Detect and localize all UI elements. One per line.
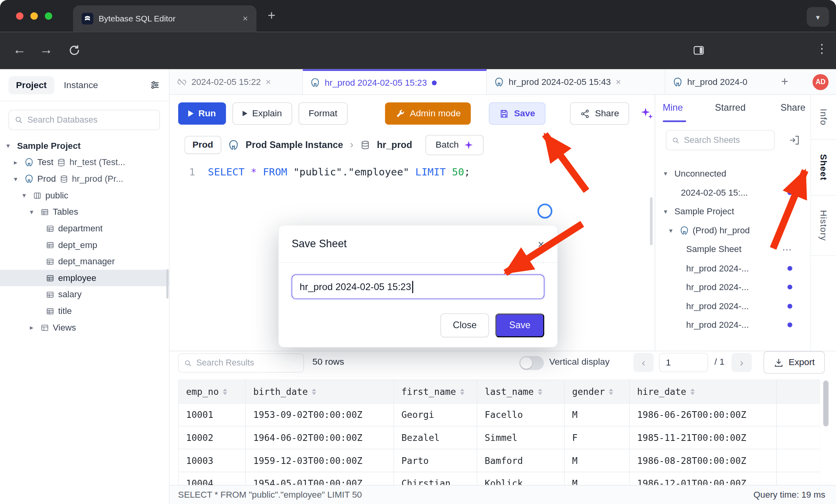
column-header[interactable]: gender [564, 380, 630, 403]
sheet-tab-1[interactable]: 2024-02-05 15:22 × [170, 69, 303, 94]
reload-button[interactable] [68, 44, 81, 56]
tree-node-table[interactable]: title [0, 303, 169, 319]
tree-node-project[interactable]: ▾ Sample Project [0, 138, 169, 154]
sheet-item[interactable]: 2024-02-05 15:... [655, 183, 811, 202]
assistant-circle-icon[interactable] [537, 204, 553, 219]
browser-tab[interactable]: Bytebase SQL Editor × [73, 5, 256, 32]
chevron-right-icon[interactable]: ▸ [30, 323, 37, 331]
chevron-down-icon[interactable]: ▾ [6, 142, 13, 150]
sheet-tab-4[interactable]: hr_prod 2024-0 [665, 69, 774, 94]
sheet-tab-active[interactable]: hr_prod 2024-02-05 15:23 [303, 69, 487, 94]
group-sample-project[interactable]: ▾ Sample Project [655, 202, 811, 221]
chevron-down-icon[interactable]: ▾ [22, 191, 29, 199]
window-minimize-button[interactable] [31, 12, 38, 20]
browser-menu-icon[interactable]: ⋮ [816, 42, 828, 56]
column-header[interactable]: first_name [394, 380, 477, 403]
sheet-item[interactable]: hr_prod 2024-... [655, 296, 811, 315]
sql-editor-line[interactable]: 1 SELECT * FROM "public"."employee" LIMI… [170, 163, 470, 180]
table-row[interactable]: 100011953-09-02T00:00:00ZGeorgiFacelloM1… [178, 403, 820, 426]
table-row[interactable]: 100031959-12-03T00:00:00ZPartoBamfordM19… [178, 449, 820, 472]
tree-node-prod-db[interactable]: ▾ Prod hr_prod (Pr... [0, 171, 169, 187]
sheet-name-input[interactable]: hr_prod 2024-02-05 15:23 [292, 275, 545, 299]
table-row[interactable]: 100041954-05-01T00:00:00ZChirstianKoblic… [178, 472, 820, 485]
sort-icon[interactable] [538, 388, 542, 394]
new-tab-button[interactable]: + [268, 8, 275, 23]
sort-icon[interactable] [691, 388, 695, 394]
table-row[interactable]: 100021964-06-02T00:00:00ZBezalelSimmelF1… [178, 426, 820, 449]
tab-close-icon[interactable]: × [616, 77, 621, 87]
sort-icon[interactable] [609, 388, 613, 394]
format-button[interactable]: Format [299, 102, 347, 125]
sheet-tab-3[interactable]: hr_prod 2024-02-05 15:43 × [487, 69, 665, 94]
tab-share[interactable]: Share [780, 102, 805, 113]
environment-chip[interactable]: Prod [185, 136, 221, 154]
dialog-save-button[interactable]: Save [495, 314, 544, 337]
group-unconnected[interactable]: ▾ Unconnected [655, 164, 811, 183]
results-search-input[interactable] [196, 358, 298, 368]
database-name[interactable]: hr_prod [377, 139, 412, 150]
column-header[interactable]: last_name [477, 380, 564, 403]
page-number-input[interactable] [659, 353, 708, 372]
save-button[interactable]: Save [489, 102, 545, 125]
dialog-close-icon[interactable]: × [538, 237, 544, 250]
window-zoom-button[interactable] [45, 12, 52, 20]
tab-starred[interactable]: Starred [715, 102, 745, 113]
sort-icon[interactable] [312, 388, 316, 394]
sort-icon[interactable] [460, 388, 465, 394]
tree-node-views[interactable]: ▸ Views [0, 319, 169, 336]
sort-icon[interactable] [223, 388, 227, 394]
chevron-down-icon[interactable]: ▾ [664, 169, 670, 177]
tab-close-icon[interactable]: × [243, 13, 248, 24]
user-avatar[interactable]: AD [813, 74, 828, 90]
tree-node-table[interactable]: dept_manager [0, 253, 169, 270]
run-button[interactable]: Run [178, 102, 226, 125]
sheet-search[interactable] [666, 130, 775, 150]
tree-node-table[interactable]: salary [0, 286, 169, 303]
results-search[interactable] [178, 353, 304, 372]
tree-node-table-selected[interactable]: employee [0, 270, 169, 287]
column-header[interactable]: hire_date [630, 380, 777, 403]
column-header[interactable]: emp_no [178, 380, 245, 403]
dialog-close-button[interactable]: Close [441, 314, 489, 337]
ai-sparkles-icon[interactable] [640, 107, 654, 121]
more-menu-icon[interactable]: ⋯ [782, 243, 792, 255]
chevron-down-icon[interactable]: ▾ [14, 175, 21, 183]
next-page-button[interactable]: › [732, 353, 752, 372]
prev-page-button[interactable]: ‹ [634, 353, 654, 372]
database-search-input[interactable] [27, 115, 154, 125]
export-button[interactable]: Export [763, 351, 825, 373]
tree-node-test-db[interactable]: ▸ Test hr_test (Test... [0, 154, 169, 171]
tab-list-button[interactable]: ▾ [807, 7, 829, 27]
db-node[interactable]: ▾ (Prod) hr_prod [655, 221, 811, 240]
collapse-panel-icon[interactable] [788, 134, 800, 146]
tab-mine[interactable]: Mine [663, 102, 683, 113]
sheet-item[interactable]: Sample Sheet ⋯ [655, 240, 811, 259]
window-close-button[interactable] [16, 12, 23, 20]
sidebar-scrollbar[interactable] [166, 269, 168, 298]
add-sheet-tab-button[interactable]: + [781, 75, 788, 89]
chevron-down-icon[interactable]: ▾ [669, 226, 676, 234]
column-header[interactable]: birth_date [246, 380, 394, 403]
tab-instance[interactable]: Instance [64, 80, 98, 90]
tree-node-table[interactable]: department [0, 220, 169, 237]
sheet-item[interactable]: hr_prod 2024-... [655, 278, 811, 297]
admin-mode-button[interactable]: Admin mode [385, 102, 471, 125]
strip-tab-history[interactable]: History [811, 196, 836, 256]
tree-node-table[interactable]: dept_emp [0, 237, 169, 253]
chevron-down-icon[interactable]: ▾ [30, 208, 37, 216]
sheet-item[interactable]: hr_prod 2024-... [655, 259, 811, 278]
tree-node-tables[interactable]: ▾ Tables [0, 204, 169, 220]
chevron-right-icon[interactable]: ▸ [14, 158, 21, 166]
back-button[interactable]: ← [13, 42, 26, 57]
explain-button[interactable]: Explain [233, 102, 292, 125]
results-scrollbar[interactable] [823, 381, 828, 427]
strip-tab-info[interactable]: Info [811, 95, 836, 140]
tree-node-schema-public[interactable]: ▾ public [0, 187, 169, 204]
sheet-search-input[interactable] [684, 135, 769, 145]
sheet-item[interactable]: hr_prod 2024-... [655, 315, 811, 335]
chevron-down-icon[interactable]: ▾ [664, 208, 670, 215]
tab-project[interactable]: Project [8, 76, 54, 94]
strip-tab-sheet[interactable]: Sheet [811, 140, 836, 196]
editor-scrollbar[interactable] [650, 197, 653, 245]
filter-sliders-icon[interactable] [149, 79, 160, 90]
